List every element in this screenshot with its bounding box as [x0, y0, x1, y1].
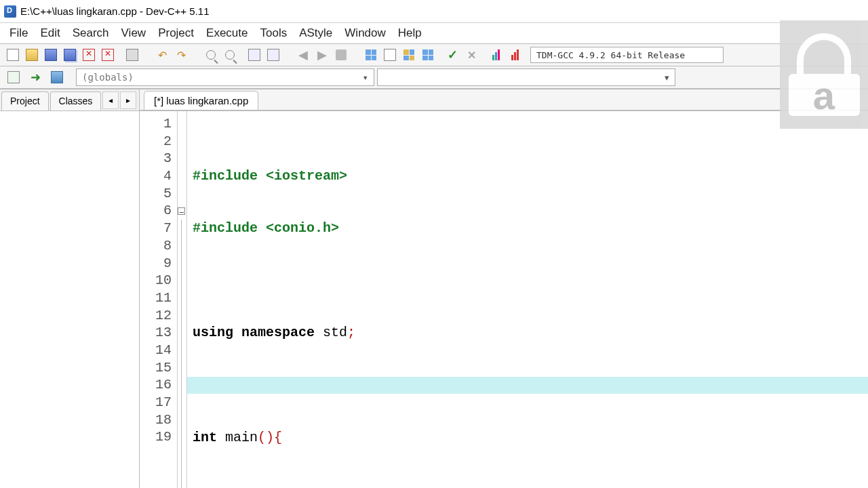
close-all-button[interactable] — [99, 46, 117, 64]
stop-button[interactable] — [332, 46, 350, 64]
replace-icon — [225, 50, 235, 60]
watermark-lock-icon: a — [780, 20, 868, 129]
sidebar: Project Classes ◂ ▸ — [0, 89, 140, 488]
secondary-toolbar: ➜ (globals) ▾ ▾ — [0, 66, 868, 89]
undo-icon: ↶ — [158, 49, 167, 62]
open-file-button[interactable] — [23, 46, 41, 64]
app-icon — [4, 5, 16, 18]
fold-gutter — [178, 111, 187, 488]
sidebar-tab-project[interactable]: Project — [1, 92, 49, 110]
stop-icon — [336, 49, 347, 60]
close-all-icon — [102, 49, 114, 61]
member-combo[interactable]: ▾ — [377, 68, 675, 86]
debug-stop-button[interactable]: ✕ — [462, 46, 480, 64]
sidebar-scroll-left[interactable]: ◂ — [102, 92, 119, 109]
sidebar-tabs: Project Classes ◂ ▸ — [0, 89, 139, 111]
chevron-down-icon: ▾ — [363, 72, 368, 83]
run-button[interactable] — [381, 46, 399, 64]
nav-fwd-button[interactable]: ▶ — [313, 46, 331, 64]
fold-toggle-icon[interactable] — [178, 207, 185, 215]
compile-button[interactable] — [362, 46, 380, 64]
editor-pane: [*] luas lingkaran.cpp 12345678910111213… — [140, 89, 868, 488]
scope-combo[interactable]: (globals) ▾ — [76, 68, 374, 86]
save-button[interactable] — [42, 46, 60, 64]
window-title: E:\C++\luas lingkaran.cpp - Dev-C++ 5.11 — [20, 5, 209, 17]
menu-edit[interactable]: Edit — [40, 26, 60, 40]
redo-button[interactable]: ↷ — [172, 46, 190, 64]
compile-run-button[interactable] — [400, 46, 418, 64]
check-icon: ✓ — [448, 47, 458, 62]
new-file-icon — [7, 49, 19, 61]
delete-profile-button[interactable] — [506, 46, 524, 64]
save-icon — [45, 49, 57, 61]
menu-view[interactable]: View — [121, 26, 146, 40]
file-tab-active[interactable]: [*] luas lingkaran.cpp — [144, 91, 258, 110]
save-all-button[interactable] — [61, 46, 79, 64]
print-button[interactable] — [123, 46, 141, 64]
rebuild-icon — [422, 49, 433, 60]
menu-file[interactable]: File — [9, 26, 28, 40]
compiler-selector[interactable]: TDM-GCC 4.9.2 64-bit Release — [530, 47, 724, 63]
delete-profile-icon — [511, 49, 519, 60]
menu-tools[interactable]: Tools — [260, 26, 287, 40]
x-icon: ✕ — [467, 49, 476, 62]
new-file-button[interactable] — [4, 46, 22, 64]
insert-button[interactable] — [4, 68, 23, 87]
compile-run-icon — [403, 49, 414, 60]
main-area: Project Classes ◂ ▸ [*] luas lingkaran.c… — [0, 89, 868, 488]
main-toolbar: ↶ ↷ ◀ ▶ ✓ ✕ TDM-GCC 4.9.2 64-bit Release — [0, 43, 868, 66]
redo-icon: ↷ — [177, 49, 186, 62]
file-tabs: [*] luas lingkaran.cpp — [140, 89, 868, 111]
profile-button[interactable] — [487, 46, 505, 64]
line-gutter: 12345678910111213141516171819 — [140, 111, 178, 488]
rebuild-button[interactable] — [419, 46, 437, 64]
replace-button[interactable] — [221, 46, 239, 64]
open-file-icon — [26, 49, 38, 61]
run-icon — [384, 49, 396, 61]
menu-astyle[interactable]: AStyle — [299, 26, 332, 40]
nav-back-button[interactable]: ◀ — [294, 46, 312, 64]
debug-ok-button[interactable]: ✓ — [443, 46, 461, 64]
sidebar-tab-classes[interactable]: Classes — [50, 92, 102, 110]
nav-fwd-icon: ▶ — [317, 47, 327, 62]
profile-icon — [492, 49, 500, 60]
fold-line — [181, 220, 182, 488]
find-button[interactable] — [202, 46, 220, 64]
menu-search[interactable]: Search — [73, 26, 109, 40]
undo-button[interactable]: ↶ — [153, 46, 171, 64]
insert-icon — [7, 71, 20, 83]
menu-execute[interactable]: Execute — [206, 26, 248, 40]
goto-bookmark-button[interactable] — [47, 68, 66, 87]
scope-combo-value: (globals) — [82, 72, 134, 83]
titlebar: E:\C++\luas lingkaran.cpp - Dev-C++ 5.11 — [0, 0, 868, 23]
compile-icon — [366, 49, 376, 60]
nav-back-icon: ◀ — [298, 47, 308, 62]
menubar: File Edit Search View Project Execute To… — [0, 23, 868, 43]
code-editor[interactable]: 12345678910111213141516171819 #include <… — [140, 111, 868, 488]
bookmark-icon — [267, 49, 279, 61]
goto-icon — [248, 49, 260, 61]
goto-bookmark-icon — [51, 71, 63, 83]
sidebar-scroll-right[interactable]: ▸ — [120, 92, 136, 109]
compiler-label: TDM-GCC 4.9.2 64-bit Release — [536, 50, 685, 60]
close-file-icon — [83, 49, 95, 61]
menu-window[interactable]: Window — [344, 26, 385, 40]
find-icon — [206, 50, 216, 60]
current-line-highlight — [187, 377, 868, 394]
code-text[interactable]: #include <iostream> #include <conio.h> u… — [187, 111, 868, 488]
goto-button[interactable] — [245, 46, 263, 64]
sidebar-body — [0, 111, 139, 488]
bookmark-icon-2: ➜ — [31, 70, 41, 85]
print-icon — [126, 49, 138, 61]
toggle-bookmark-button[interactable]: ➜ — [26, 68, 45, 87]
save-all-icon — [64, 49, 76, 61]
menu-project[interactable]: Project — [158, 26, 194, 40]
bookmark-button[interactable] — [264, 46, 282, 64]
menu-help[interactable]: Help — [398, 26, 422, 40]
close-file-button[interactable] — [80, 46, 98, 64]
chevron-down-icon: ▾ — [665, 73, 669, 83]
